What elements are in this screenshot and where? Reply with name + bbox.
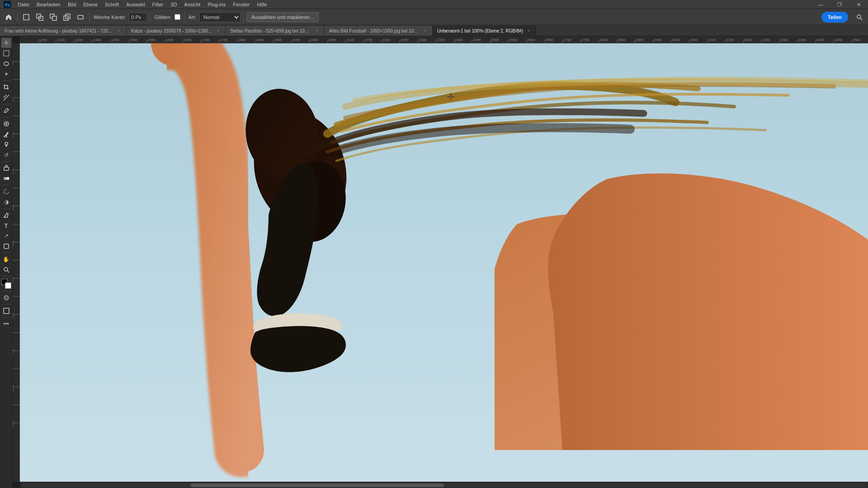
left-sep-1 [2,80,10,81]
pen-tool-btn[interactable] [1,210,11,220]
menu-auswahl[interactable]: Auswahl [123,1,148,8]
tab-unbenannt[interactable]: Unbenannt-1 bei 100% (Ebene 2, RGB/8#) × [433,26,536,36]
selection-rect-tool-btn[interactable] [1,48,11,58]
h-scrollbar-thumb[interactable] [191,483,444,487]
minimize-button[interactable]: — [811,0,830,9]
path-select-tool-btn[interactable]: ↗ [1,231,11,241]
selection-option-btn[interactable] [75,11,86,23]
svg-rect-20 [4,244,9,249]
tab-close-katze[interactable]: × [215,28,221,33]
text-tool-btn[interactable]: T [1,221,11,230]
clone-stamp-tool-btn[interactable] [1,140,11,150]
eraser-tool-btn[interactable] [1,163,11,173]
options-toolbar: Weiche Kante: Glätten Art: Normal Fester… [0,9,868,25]
svg-rect-19 [4,177,9,180]
photo-scene [20,43,868,482]
menu-datei[interactable]: Datei [14,1,33,8]
svg-text:2700: 2700 [563,38,571,42]
selection-intersect-btn[interactable] [61,11,73,23]
healing-tool-btn[interactable] [1,119,11,129]
svg-text:1750: 1750 [220,38,228,42]
search-button[interactable] [854,11,865,23]
svg-text:250: 250 [13,168,14,174]
fg-bg-colors[interactable] [1,279,11,289]
weiche-kante-input[interactable] [129,13,147,22]
svg-text:1850: 1850 [256,38,264,42]
canvas-area[interactable]: 1250 1300 1350 1400 1450 1500 1550 1600 … [13,36,868,488]
extras-btn[interactable]: ••• [1,319,11,329]
svg-text:2550: 2550 [509,38,517,42]
svg-rect-25 [4,308,9,314]
svg-text:3350: 3350 [798,38,807,42]
tab-fussball[interactable]: Altes Bild Fussball - 1050×1500.jpg bei … [325,26,433,36]
svg-text:3150: 3150 [726,38,734,42]
hand-tool-btn[interactable]: ✋ [1,254,11,264]
slice-tool-btn[interactable] [1,93,11,103]
menu-filter[interactable]: Filter [149,1,166,8]
svg-text:1900: 1900 [274,38,282,42]
menu-ansicht[interactable]: Ansicht [181,1,203,8]
screen-mode-btn[interactable] [1,306,11,316]
dodge-tool-btn[interactable]: ◑ [1,197,11,207]
history-brush-tool-btn[interactable]: ↺ [1,150,11,160]
tab-close-unbenannt[interactable]: × [526,28,531,33]
selection-subtract-btn[interactable] [47,11,59,23]
menu-fenster[interactable]: Fenster [230,1,253,8]
move-tool-btn[interactable]: ✛ [1,38,11,48]
svg-text:3000: 3000 [672,38,680,42]
quick-mask-btn[interactable] [1,293,11,303]
art-select[interactable]: Normal Fester Rand Scharf [199,12,241,22]
tab-label-stefan: Stefan Passfoto - 525×699.jpg bei 100% (… [230,28,311,33]
svg-line-15 [4,95,6,98]
menu-plugins[interactable]: Plug-ins [204,1,229,8]
menu-bearbeiten[interactable]: Bearbeiten [33,1,64,8]
svg-text:2250: 2250 [401,38,409,42]
menu-ebene[interactable]: Ebene [80,1,101,8]
maximize-button[interactable]: ❐ [830,0,849,9]
svg-text:2300: 2300 [419,38,427,42]
svg-text:850: 850 [13,385,14,391]
gradient-tool-btn[interactable] [1,174,11,183]
shape-tool-btn[interactable] [1,241,11,251]
selection-rect-btn[interactable] [20,11,32,23]
menu-3d[interactable]: 3D [167,1,180,8]
tab-close-stefan[interactable]: × [314,28,320,33]
eyedropper-tool-btn[interactable] [1,106,11,116]
svg-text:450: 450 [13,240,14,247]
tab-frau[interactable]: Frau sehr kleine Auflösung - pixabay 186… [0,26,127,36]
magic-wand-tool-btn[interactable]: ✦ [1,69,11,79]
svg-rect-7 [64,16,68,20]
art-label: Art: [189,14,196,20]
menu-bild[interactable]: Bild [65,1,79,8]
svg-text:2750: 2750 [581,38,590,42]
svg-text:1650: 1650 [184,38,192,42]
tab-close-fussball[interactable]: × [422,28,428,33]
tab-katze[interactable]: Katze - pixabay 3336579 - 1066×1280.jpg … [127,26,226,36]
lasso-tool-btn[interactable] [1,59,11,69]
brush-tool-btn[interactable] [1,129,11,139]
tab-stefan[interactable]: Stefan Passfoto - 525×699.jpg bei 100% (… [226,26,325,36]
teilen-button[interactable]: Teilen [821,12,848,23]
auswahlen-maskieren-button[interactable]: Auswählen und maskieren... [246,12,319,22]
menu-hilfe[interactable]: Hilfe [254,1,270,8]
tab-close-frau[interactable]: × [116,28,122,33]
crop-tool-btn[interactable] [1,82,11,92]
horizontal-scrollbar[interactable] [20,482,868,488]
blur-tool-btn[interactable] [1,187,11,197]
selection-add-btn[interactable] [34,11,46,23]
svg-text:3300: 3300 [780,38,788,42]
menubar: Ps Datei Bearbeiten Bild Ebene Schrift A… [0,0,868,9]
glaetten-checkbox[interactable] [175,14,180,20]
tab-label-katze: Katze - pixabay 3336579 - 1066×1280.jpg … [131,28,212,33]
menu-schrift[interactable]: Schrift [102,1,122,8]
home-button[interactable] [3,11,14,23]
svg-line-22 [7,271,9,273]
svg-text:1400: 1400 [93,38,101,42]
svg-text:3450: 3450 [835,38,843,42]
close-button[interactable]: ✕ [849,0,868,9]
svg-point-13 [4,62,9,66]
svg-text:2950: 2950 [654,38,662,42]
zoom-tool-btn[interactable] [1,265,11,275]
svg-text:150: 150 [13,132,14,138]
left-sep-9 [2,291,10,291]
